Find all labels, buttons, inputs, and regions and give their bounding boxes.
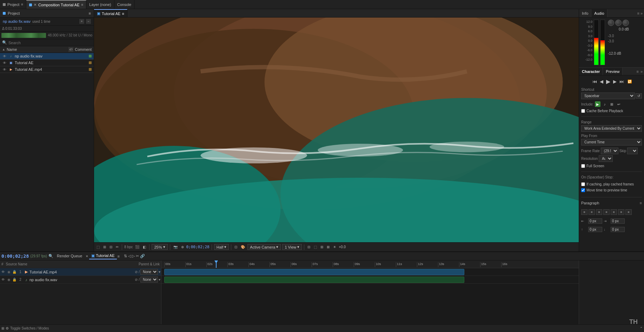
col-name-label[interactable]: Name — [7, 47, 67, 52]
item-vis-audio[interactable]: 👁 — [2, 54, 7, 58]
remove-item-btn[interactable]: − — [86, 19, 91, 24]
color-mgt-btn[interactable]: 🎨 — [240, 244, 246, 250]
tab-preview[interactable]: Preview — [603, 68, 623, 75]
paragraph-menu-icon[interactable]: ≡ — [640, 201, 642, 205]
indent-left-input[interactable] — [588, 218, 602, 224]
search-input[interactable] — [8, 41, 92, 45]
project-item-audio[interactable]: 👁 ♪ np audio fix.wav — [0, 53, 94, 60]
if-caching-checkbox[interactable] — [581, 182, 585, 186]
tl-mark-out-btn[interactable]: ▷ — [132, 254, 135, 258]
cache-before-checkbox[interactable] — [581, 109, 585, 113]
item-vis-video[interactable]: 👁 — [2, 68, 7, 72]
new-comp-btn[interactable]: ⊞ — [1, 326, 4, 330]
adjust-exposure-btn[interactable]: ☀ — [332, 244, 337, 250]
layer1-vis-btn[interactable]: 👁 — [1, 270, 6, 274]
timeline-menu-btn[interactable]: ≡ — [118, 254, 120, 258]
layer-row-1[interactable]: 👁 ◉ 🔒 1 ▶ Tutorial AE.mp4 ⊘ / None ▾ — [0, 268, 161, 276]
tab-info[interactable]: Info — [579, 9, 591, 17]
close-timeline-tab-btn[interactable]: ✕ — [86, 255, 88, 258]
tl-toggle-btn[interactable]: ⇅ — [124, 254, 127, 258]
layer1-lock-btn[interactable]: 🔒 — [12, 270, 17, 274]
tl-trim-btn[interactable]: ✂ — [136, 254, 139, 258]
snapshot-btn[interactable]: 📷 — [172, 244, 179, 250]
tl-mark-in-btn[interactable]: ◁ — [128, 254, 131, 258]
right-panel-expand[interactable]: » — [640, 11, 643, 15]
console-label[interactable]: Console — [117, 2, 131, 7]
step-forward-btn[interactable]: ▶ — [612, 78, 617, 85]
layer2-lock-btn[interactable]: 🔒 — [12, 278, 17, 282]
shortcut-reset-btn[interactable]: ↺ — [636, 93, 642, 99]
comp-timeline-tab[interactable]: ▣ Tutorial AE — [89, 253, 117, 259]
project-item-video[interactable]: 👁 ▶ Tutorial AE.mp4 — [0, 66, 94, 73]
right-panel-menu[interactable]: ≡ » — [637, 11, 644, 15]
grid-overlay-btn[interactable]: ⊟ — [306, 244, 311, 250]
render-queue-tab[interactable]: Render Queue — [55, 253, 84, 259]
align-justify-btn[interactable]: ≡ — [603, 209, 610, 215]
layer2-vis-btn[interactable]: 👁 — [1, 278, 6, 282]
view-count-dropdown[interactable]: 1 View ▾ — [282, 244, 302, 250]
full-screen-checkbox[interactable] — [581, 164, 585, 168]
project-item-comp[interactable]: 👁 ▣ Tutorial AE — [0, 60, 94, 66]
video-track-bar[interactable] — [164, 269, 464, 275]
tl-link-btn[interactable]: 🔗 — [140, 254, 145, 258]
audio-track-bar[interactable] — [164, 277, 464, 283]
label-col-btn[interactable]: 🏷 — [68, 47, 73, 52]
color-btn[interactable]: ⬛ — [134, 244, 140, 250]
include-overlay-icon[interactable]: ⊞ — [609, 101, 615, 107]
align-center-btn[interactable]: ≡ — [589, 209, 595, 215]
comp-menu[interactable]: ≡ — [81, 3, 83, 7]
layer-controls-btn[interactable]: ⊠ — [326, 244, 331, 250]
align-justify-left-btn[interactable]: ≡ — [611, 209, 617, 215]
resolution-select[interactable]: Auto — [599, 155, 613, 162]
align-justify-center-btn[interactable]: ≡ — [618, 209, 624, 215]
align-right-btn[interactable]: ≡ — [596, 209, 602, 215]
tab-character[interactable]: Character — [579, 68, 603, 75]
guides-btn[interactable]: ⊟ — [108, 244, 113, 250]
frame-rate-select[interactable]: (29.97) — [601, 148, 618, 154]
show-snapshot-btn[interactable]: ⊕ — [180, 244, 185, 250]
indent-right-input[interactable] — [611, 218, 625, 224]
space-after-input[interactable] — [611, 227, 625, 232]
zoom-dropdown[interactable]: 25% ▾ — [152, 244, 167, 250]
space-before-input[interactable] — [588, 227, 602, 232]
timeline-search-btn[interactable]: 🔍 — [48, 254, 53, 258]
project-menu[interactable]: ≡ — [21, 2, 23, 6]
layer2-solo-btn[interactable]: ◉ — [6, 278, 11, 282]
play-btn[interactable]: ▶ — [605, 77, 611, 86]
close-comp-btn[interactable]: ✕ — [34, 3, 36, 7]
move-time-checkbox[interactable] — [581, 188, 585, 192]
skip-select[interactable]: 0 — [627, 148, 638, 154]
comp-tab-menu[interactable]: ≡ — [122, 12, 124, 16]
proportional-grid-btn[interactable]: ⊞ — [319, 244, 324, 250]
play-from-select[interactable]: Current Time — [581, 139, 642, 145]
project-label[interactable]: Project — [7, 2, 19, 7]
char-preview-menu[interactable]: ≡ » — [636, 69, 644, 74]
volume-knob-right[interactable] — [615, 20, 622, 26]
include-reset-icon[interactable]: ↩ — [616, 101, 622, 107]
channels-btn[interactable]: ⊡ — [233, 244, 238, 250]
grid-btn[interactable]: ⊞ — [102, 244, 107, 250]
include-audio-icon[interactable]: ♪ — [602, 101, 608, 107]
project-header-menu[interactable]: ≡ — [89, 11, 91, 15]
playhead[interactable] — [216, 260, 217, 268]
layer1-parent-select[interactable]: None — [140, 269, 158, 275]
camera-dropdown[interactable]: Active Camera ▾ — [247, 244, 281, 250]
mask-btn[interactable]: ◧ — [142, 244, 147, 250]
tab-audio[interactable]: Audio — [591, 9, 607, 17]
go-to-start-btn[interactable]: ⏮ — [592, 78, 598, 85]
go-to-end-btn[interactable]: ⏭ — [619, 78, 625, 85]
char-preview-expand[interactable]: » — [640, 69, 643, 74]
volume-knob-left[interactable] — [608, 20, 614, 26]
settings-btn[interactable]: ⚙ — [6, 326, 9, 330]
layer2-parent-select[interactable]: None — [140, 277, 158, 283]
quality-dropdown[interactable]: Half ▾ — [214, 244, 229, 250]
overlay-btn[interactable]: ✏ — [115, 244, 120, 250]
range-select[interactable]: Work Area Extended By Current... — [581, 125, 642, 132]
item-vis-comp[interactable]: 👁 — [2, 61, 7, 65]
title-safe-btn[interactable]: ⬚ — [313, 244, 318, 250]
align-left-btn[interactable]: ≡ — [581, 209, 587, 215]
reset-exposure-btn[interactable]: ⬚ — [95, 244, 101, 250]
layer1-solo-btn[interactable]: ◉ — [6, 270, 11, 274]
step-back-btn[interactable]: ◀ — [599, 78, 604, 85]
comp-label[interactable]: Composition Tutorial AE — [38, 3, 79, 7]
